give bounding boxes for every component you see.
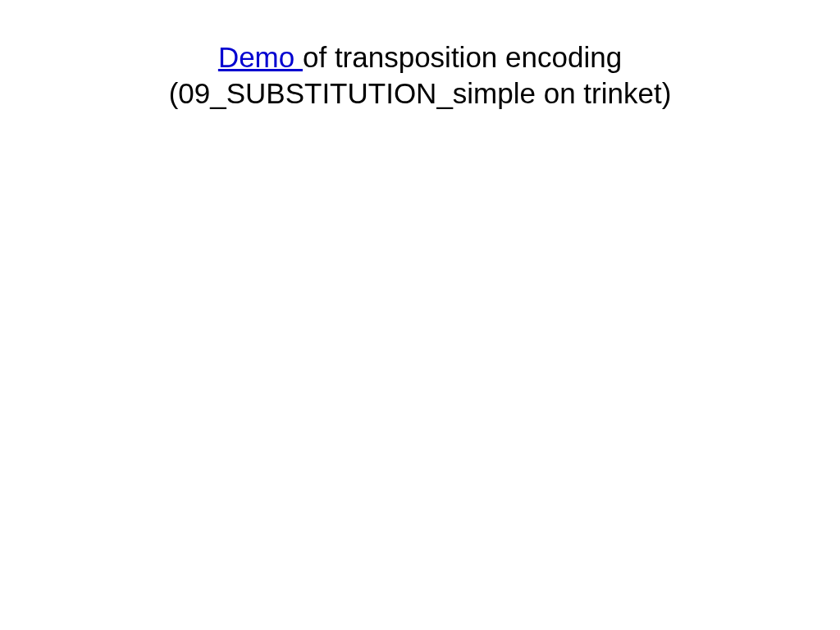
demo-link[interactable]: Demo (218, 41, 303, 73)
slide: Demo of transposition encoding (09_SUBST… (0, 0, 840, 630)
slide-title: Demo of transposition encoding (09_SUBST… (0, 39, 840, 112)
title-line-1: Demo of transposition encoding (0, 39, 840, 75)
title-rest: of transposition encoding (303, 41, 622, 73)
title-line-2: (09_SUBSTITUTION_simple on trinket) (0, 75, 840, 112)
